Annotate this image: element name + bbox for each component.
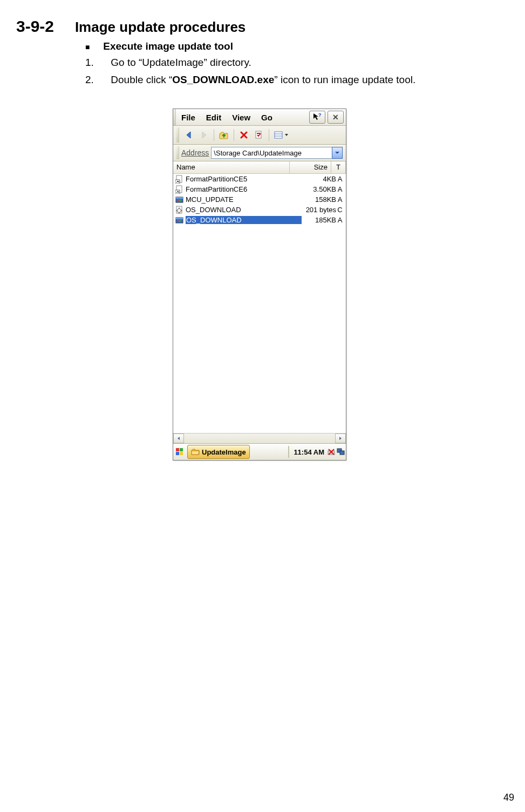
file-size: 3.50KB — [302, 185, 336, 193]
file-type-icon — [175, 175, 184, 184]
view-mode-button[interactable] — [272, 128, 291, 141]
svg-rect-19 — [179, 220, 181, 222]
svg-rect-3 — [275, 132, 282, 138]
taskbar-app-label: UpdateImage — [202, 448, 246, 456]
properties-button[interactable] — [253, 128, 265, 141]
address-bar: Address — [173, 145, 346, 161]
file-name: MCU_UPDATE — [186, 195, 302, 204]
address-label: Address — [181, 148, 209, 157]
section-heading: 3-9-2 Image update procedures — [16, 16, 493, 36]
toolbar-divider-icon — [269, 129, 269, 141]
file-type-icon — [175, 216, 184, 225]
file-name: OS_DOWNLOAD — [186, 216, 302, 224]
column-name[interactable]: Name — [173, 161, 290, 173]
file-name: OS_DOWNLOAD — [186, 206, 302, 214]
horizontal-scrollbar[interactable] — [173, 433, 346, 443]
chevron-down-icon — [335, 150, 340, 155]
svg-rect-17 — [176, 218, 183, 219]
svg-rect-23 — [180, 452, 183, 455]
file-name: FormatPartitionCE6 — [186, 185, 302, 193]
file-size: 201 bytes — [302, 206, 336, 214]
tray-network-icon[interactable] — [326, 448, 336, 456]
file-size: 185KB — [302, 216, 336, 224]
address-input[interactable] — [211, 147, 332, 159]
file-size: 4KB — [302, 175, 336, 183]
file-name: FormatPartitionCE5 — [186, 175, 302, 183]
svg-rect-26 — [340, 451, 344, 455]
explorer-window: File Edit View Go ? ✕ — [173, 109, 346, 461]
addressbar-grip-icon — [176, 146, 179, 159]
file-row[interactable]: FormatPartitionCE54KBA — [173, 174, 346, 184]
taskbar: UpdateImage 11:54 AM — [173, 443, 346, 460]
file-type-letter: C — [336, 206, 344, 214]
file-row[interactable]: MCU_UPDATE158KBA — [173, 194, 346, 205]
step-1: 1. Go to “UpdateImage” directory. — [85, 56, 493, 70]
menu-file[interactable]: File — [176, 113, 201, 122]
step-2-text-b: ” icon to run image update tool. — [274, 74, 415, 85]
list-header: Name Size T — [173, 161, 346, 174]
taskbar-app-button[interactable]: UpdateImage — [187, 445, 250, 459]
forward-button[interactable] — [197, 128, 210, 141]
toolbar-divider-icon — [214, 129, 214, 141]
file-type-letter: A — [336, 216, 344, 224]
file-type-icon — [175, 185, 184, 194]
svg-rect-21 — [180, 448, 183, 451]
column-size[interactable]: Size — [290, 161, 331, 173]
chevron-left-icon — [176, 436, 181, 441]
taskbar-divider-icon — [288, 446, 289, 458]
toolbar-divider-icon — [234, 129, 234, 141]
step-2-bold: OS_DOWNLOAD.exe — [172, 74, 274, 85]
scroll-left-button[interactable] — [173, 434, 184, 443]
address-dropdown-button[interactable] — [332, 147, 343, 159]
file-type-icon — [175, 206, 184, 214]
svg-rect-2 — [256, 131, 261, 138]
up-folder-button[interactable] — [217, 128, 230, 141]
delete-button[interactable] — [237, 128, 250, 141]
file-type-letter: A — [336, 185, 344, 193]
column-type[interactable]: T — [331, 161, 346, 173]
step-2: 2. Double click “OS_DOWNLOAD.exe” icon t… — [85, 73, 493, 87]
toolbar — [173, 126, 346, 145]
file-row[interactable]: OS_DOWNLOAD185KBA — [173, 215, 346, 225]
file-type-icon — [175, 195, 184, 204]
help-cursor-icon: ? — [313, 113, 322, 122]
svg-rect-13 — [179, 200, 181, 201]
svg-rect-18 — [177, 220, 179, 222]
toolbar-grip-icon — [176, 127, 179, 143]
scroll-right-button[interactable] — [335, 434, 346, 443]
menubar: File Edit View Go ? ✕ — [173, 109, 346, 126]
taskbar-clock: 11:54 AM — [291, 448, 326, 456]
file-list[interactable]: FormatPartitionCE54KBAFormatPartitionCE6… — [173, 174, 346, 433]
close-button[interactable]: ✕ — [328, 111, 344, 124]
file-row[interactable]: OS_DOWNLOAD201 bytesC — [173, 205, 346, 215]
back-button[interactable] — [182, 128, 195, 141]
step-1-text: Go to “UpdateImage” directory. — [111, 57, 251, 68]
step-2-number: 2. — [85, 73, 108, 87]
start-button[interactable] — [173, 447, 186, 457]
scrollbar-track[interactable] — [184, 434, 335, 443]
svg-rect-20 — [176, 448, 179, 451]
file-type-letter: A — [336, 195, 344, 204]
step-2-text-a: Double click “ — [111, 74, 172, 85]
tray-desktop-icon[interactable] — [336, 448, 346, 456]
help-button[interactable]: ? — [309, 111, 325, 124]
file-size: 158KB — [302, 195, 336, 204]
chevron-right-icon — [338, 436, 343, 441]
svg-rect-12 — [177, 200, 179, 201]
section-title: Image update procedures — [75, 19, 246, 35]
section-number: 3-9-2 — [16, 17, 70, 36]
folder-icon — [191, 448, 200, 456]
bullet-square-icon: ■ — [85, 43, 100, 51]
close-icon: ✕ — [332, 113, 339, 121]
subsection-heading: ■ Execute image update tool — [85, 40, 493, 52]
svg-rect-11 — [176, 197, 183, 199]
svg-text:?: ? — [318, 113, 322, 118]
menu-view[interactable]: View — [227, 113, 256, 122]
file-type-letter: A — [336, 175, 344, 183]
subsection-title: Execute image update tool — [103, 40, 233, 52]
menu-go[interactable]: Go — [256, 113, 278, 122]
file-row[interactable]: FormatPartitionCE63.50KBA — [173, 184, 346, 194]
step-1-number: 1. — [85, 56, 108, 70]
menu-edit[interactable]: Edit — [201, 113, 227, 122]
svg-rect-22 — [176, 452, 179, 455]
